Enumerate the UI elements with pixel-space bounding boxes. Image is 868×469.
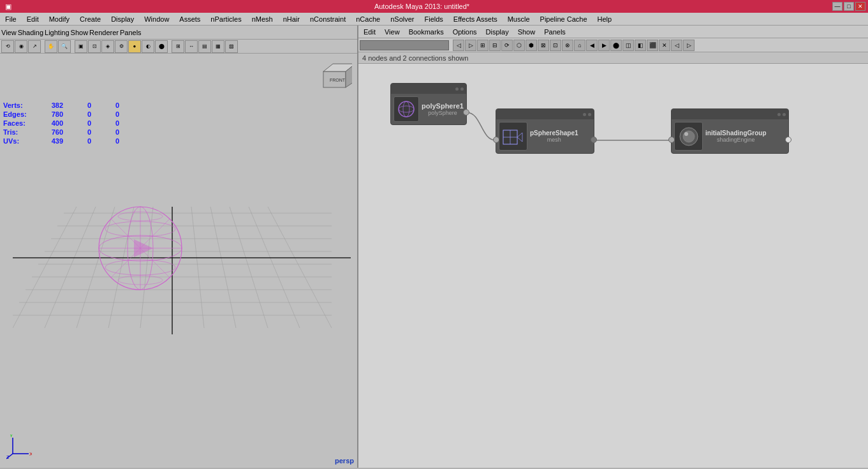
- node-psphereshape1-icon: [499, 122, 527, 151]
- viewport-menu-lighting[interactable]: Lighting: [45, 29, 70, 36]
- node-polysphere1[interactable]: polySphere1 polySphere: [390, 83, 467, 125]
- svg-line-17: [230, 207, 268, 328]
- ne-menu-options[interactable]: Options: [450, 27, 480, 36]
- menu-display[interactable]: Display: [106, 13, 139, 25]
- svg-line-15: [191, 207, 204, 328]
- ne-toolbar-btn-1[interactable]: ◁: [453, 40, 464, 51]
- toolbar-btn-3[interactable]: ↗: [28, 40, 41, 53]
- menu-pipeline-cache[interactable]: Pipeline Cache: [535, 13, 592, 25]
- ne-toolbar-btn-13[interactable]: ▶: [598, 40, 610, 51]
- ne-toolbar-btn-2[interactable]: ▷: [465, 40, 476, 51]
- ne-menu-edit[interactable]: Edit: [361, 27, 378, 36]
- ne-toolbar-btn-20[interactable]: ▷: [683, 40, 695, 51]
- toolbar-btn-4[interactable]: ✋: [45, 40, 57, 53]
- node-psphereshape1-body: pSphereShape1 mesh: [496, 119, 594, 153]
- svg-point-46: [403, 101, 409, 117]
- node-psphereshape1-output[interactable]: [591, 137, 597, 143]
- toolbar-btn-2[interactable]: ◉: [15, 40, 27, 53]
- toolbar-btn-15[interactable]: ▤: [198, 40, 211, 53]
- ne-toolbar-btn-15[interactable]: ◫: [622, 40, 634, 51]
- menu-create[interactable]: Create: [75, 13, 106, 25]
- menu-nmesh[interactable]: nMesh: [247, 13, 278, 25]
- viewport-menu-show[interactable]: Show: [71, 29, 89, 36]
- ne-toolbar-btn-7[interactable]: ⬢: [526, 40, 537, 51]
- svg-text:FRONT: FRONT: [330, 78, 346, 82]
- toolbar-btn-8[interactable]: ◈: [101, 40, 114, 53]
- toolbar-btn-10[interactable]: ●: [128, 40, 141, 53]
- node-psphereshape1-input[interactable]: [493, 137, 499, 143]
- toolbar-btn-9[interactable]: ⚙: [115, 40, 128, 53]
- toolbar-btn-6[interactable]: ▣: [75, 40, 87, 53]
- minimize-button[interactable]: —: [832, 2, 842, 11]
- menu-edit[interactable]: Edit: [22, 13, 44, 25]
- ne-toolbar-btn-16[interactable]: ◧: [635, 40, 646, 51]
- ne-menu-view[interactable]: View: [382, 27, 402, 36]
- ne-toolbar-btn-11[interactable]: ⌂: [574, 40, 585, 51]
- menu-muscle[interactable]: Muscle: [503, 13, 535, 25]
- node-canvas[interactable]: polySphere1 polySphere: [358, 64, 868, 468]
- viewport-panel: View Shading Lighting Show Renderer Pane…: [0, 26, 358, 468]
- node-initialshadinggroup-input[interactable]: [668, 137, 675, 143]
- toolbar-btn-5[interactable]: 🔍: [58, 40, 71, 53]
- maximize-button[interactable]: □: [844, 2, 854, 11]
- svg-line-16: [210, 207, 236, 328]
- menu-file[interactable]: File: [0, 13, 22, 25]
- node-psphereshape1[interactable]: pSphereShape1 mesh: [496, 108, 594, 154]
- node-polysphere1-output[interactable]: [463, 109, 469, 115]
- node-psphereshape1-label: pSphereShape1 mesh: [530, 130, 578, 143]
- ne-toolbar-btn-8[interactable]: ⊠: [538, 40, 549, 51]
- node-search-input[interactable]: [360, 40, 449, 50]
- menu-assets[interactable]: Assets: [174, 13, 205, 25]
- menu-window[interactable]: Window: [139, 13, 174, 25]
- ne-toolbar-btn-10[interactable]: ⊗: [562, 40, 573, 51]
- toolbar-btn-14[interactable]: ↔: [185, 40, 198, 53]
- menu-help[interactable]: Help: [592, 13, 617, 25]
- ne-menu-panels[interactable]: Panels: [541, 27, 568, 36]
- menu-fields[interactable]: Fields: [419, 13, 448, 25]
- menu-ncache[interactable]: nCache: [351, 13, 385, 25]
- toolbar-btn-16[interactable]: ▦: [212, 40, 224, 53]
- ne-toolbar-btn-3[interactable]: ⊞: [477, 40, 489, 51]
- app-icon: ▣: [3, 3, 11, 11]
- close-button[interactable]: ✕: [855, 2, 865, 11]
- viewport-menu-panels[interactable]: Panels: [120, 29, 142, 36]
- ne-toolbar-btn-6[interactable]: ⬡: [513, 40, 525, 51]
- toolbar-btn-12[interactable]: ⬤: [155, 40, 168, 53]
- ne-toolbar-btn-5[interactable]: ⟳: [501, 40, 513, 51]
- toolbar-btn-7[interactable]: ⊡: [88, 40, 101, 53]
- menu-nhair[interactable]: nHair: [278, 13, 305, 25]
- svg-marker-50: [517, 133, 522, 142]
- ne-toolbar-btn-19[interactable]: ◁: [671, 40, 682, 51]
- node-polysphere1-body: polySphere1 polySphere: [391, 94, 466, 124]
- viewport-menu-renderer[interactable]: Renderer: [89, 29, 119, 36]
- viewport-menu-view[interactable]: View: [1, 29, 17, 36]
- menu-nconstraint[interactable]: nConstraint: [305, 13, 351, 25]
- menu-effects-assets[interactable]: Effects Assets: [448, 13, 503, 25]
- ne-toolbar-btn-12[interactable]: ◀: [586, 40, 598, 51]
- svg-line-10: [140, 207, 153, 328]
- viewport-icon-toolbar: ⟲ ◉ ↗ ✋ 🔍 ▣ ⊡ ◈ ⚙ ● ◐ ⬤ ⊞ ↔ ▤ ▦ ▧: [0, 40, 357, 54]
- ne-menu-show[interactable]: Show: [515, 27, 538, 36]
- camera-label: persp: [335, 457, 354, 465]
- ne-toolbar-btn-4[interactable]: ⊟: [489, 40, 501, 51]
- ne-toolbar-btn-17[interactable]: ⬛: [647, 40, 658, 51]
- menu-nsolver[interactable]: nSolver: [385, 13, 419, 25]
- toolbar-btn-11[interactable]: ◐: [142, 40, 154, 53]
- ne-toolbar-btn-9[interactable]: ⊡: [550, 40, 561, 51]
- toolbar-btn-1[interactable]: ⟲: [1, 40, 14, 53]
- window-controls: — □ ✕: [832, 2, 865, 11]
- ne-menu-display[interactable]: Display: [483, 27, 511, 36]
- orientation-cube[interactable]: FRONT: [317, 59, 352, 94]
- toolbar-btn-13[interactable]: ⊞: [172, 40, 184, 53]
- node-editor-menubar: Edit View Bookmarks Options Display Show…: [358, 26, 868, 38]
- ne-toolbar-btn-14[interactable]: ⬤: [610, 40, 622, 51]
- node-initialshadinggroup[interactable]: initialShadingGroup shadingEngine: [671, 108, 789, 154]
- viewport-menu-shading[interactable]: Shading: [18, 29, 43, 36]
- node-initialshadinggroup-output[interactable]: [785, 137, 791, 143]
- node-psphereshape1-header: [496, 109, 594, 119]
- menu-nparticles[interactable]: nParticles: [205, 13, 246, 25]
- toolbar-btn-17[interactable]: ▧: [225, 40, 238, 53]
- ne-menu-bookmarks[interactable]: Bookmarks: [406, 27, 446, 36]
- ne-toolbar-btn-18[interactable]: ✕: [659, 40, 670, 51]
- menu-modify[interactable]: Modify: [44, 13, 75, 25]
